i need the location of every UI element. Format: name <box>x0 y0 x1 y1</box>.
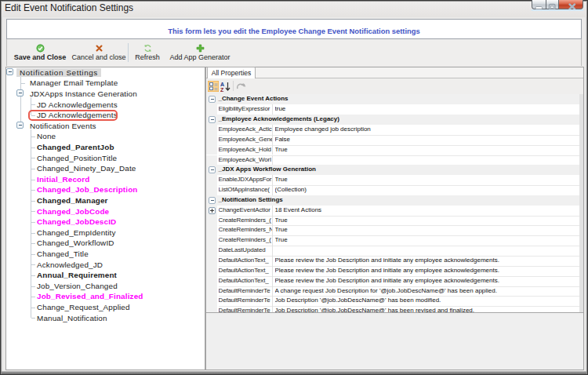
svg-text:Z: Z <box>220 87 224 93</box>
svg-text:A: A <box>220 82 224 87</box>
